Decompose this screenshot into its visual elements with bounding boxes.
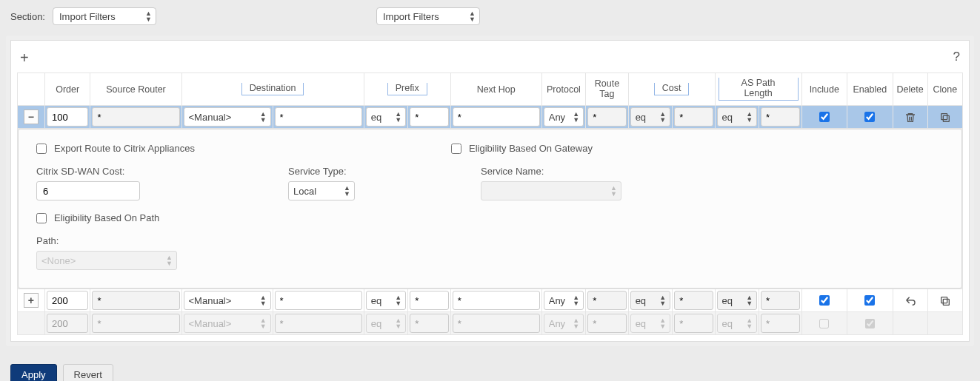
help-icon[interactable]: ? xyxy=(953,50,960,67)
order-input[interactable] xyxy=(47,107,89,127)
cost-op-select[interactable]: eq xyxy=(630,107,670,127)
path-select: <None> xyxy=(36,251,177,270)
filters-table: Order Source Router Destination Prefix N… xyxy=(17,73,963,335)
destination-value-input[interactable] xyxy=(275,291,362,310)
panel-outer: + ? Order Source Router Destination Pref… xyxy=(0,36,980,357)
sdwan-cost-input[interactable] xyxy=(36,181,140,200)
export-route-label: Export Route to Citrix Appliances xyxy=(54,143,195,154)
prefix-value-input xyxy=(410,314,448,333)
export-route-checkbox[interactable] xyxy=(36,144,47,154)
section-select-1-wrap: Import Filters xyxy=(53,7,156,25)
expand-toggle[interactable]: + xyxy=(24,293,39,308)
destination-select[interactable]: <Manual> xyxy=(184,291,271,310)
route-tag-input xyxy=(587,314,626,333)
col-destination: Destination xyxy=(181,73,364,106)
table-header-row: Order Source Router Destination Prefix N… xyxy=(18,73,963,106)
source-router-input[interactable] xyxy=(92,107,179,127)
path-label: Path: xyxy=(36,235,944,246)
filters-panel: + ? Order Source Router Destination Pref… xyxy=(10,40,970,342)
prefix-value-input[interactable] xyxy=(410,107,448,127)
eligibility-gateway-checkbox[interactable] xyxy=(451,144,461,154)
include-checkbox[interactable] xyxy=(819,112,830,122)
svg-rect-3 xyxy=(941,297,947,303)
col-source-router: Source Router xyxy=(90,73,181,106)
enabled-checkbox[interactable] xyxy=(864,112,875,122)
col-next-hop: Next Hop xyxy=(450,73,541,106)
apl-op-select[interactable]: eq xyxy=(717,291,757,310)
sdwan-cost-label: Citrix SD-WAN Cost: xyxy=(36,166,273,177)
route-tag-input[interactable] xyxy=(587,291,626,310)
clone-icon[interactable] xyxy=(927,289,962,312)
section-bar: Section: Import Filters Import Filters xyxy=(0,0,980,36)
col-clone: Clone xyxy=(927,73,962,106)
protocol-select[interactable]: Any xyxy=(544,291,584,310)
service-name-select xyxy=(481,181,621,200)
svg-rect-1 xyxy=(941,113,947,119)
prefix-op-select[interactable]: eq xyxy=(366,107,406,127)
revert-button[interactable]: Revert xyxy=(63,364,113,381)
prefix-op-select: eq xyxy=(366,314,406,333)
service-type-label: Service Type: xyxy=(288,166,466,177)
col-cost: Cost xyxy=(628,73,715,106)
add-icon[interactable]: + xyxy=(20,50,29,67)
apl-op-select[interactable]: eq xyxy=(717,107,757,127)
service-type-select[interactable]: Local xyxy=(288,181,355,200)
protocol-select: Any xyxy=(544,314,584,333)
include-checkbox xyxy=(819,319,829,328)
col-route-tag: Route Tag xyxy=(586,73,628,106)
destination-select[interactable]: <Manual> xyxy=(184,107,271,127)
source-router-input[interactable] xyxy=(92,291,179,310)
panel-toolbar: + ? xyxy=(17,47,963,73)
delete-icon[interactable] xyxy=(893,106,927,129)
prefix-value-input[interactable] xyxy=(410,291,448,310)
source-router-input xyxy=(92,314,179,333)
eligibility-path-checkbox[interactable] xyxy=(36,213,47,223)
section-select-2-wrap: Import Filters xyxy=(376,7,480,25)
cost-value-input xyxy=(674,314,713,333)
col-toggle xyxy=(18,73,45,106)
service-name-label: Service Name: xyxy=(481,166,673,177)
col-delete: Delete xyxy=(893,73,927,106)
destination-value-input xyxy=(275,314,362,333)
undo-icon[interactable] xyxy=(893,289,927,312)
expanded-details: Export Route to Citrix Appliances Eligib… xyxy=(18,129,963,289)
cost-op-select[interactable]: eq xyxy=(630,291,670,310)
enabled-checkbox xyxy=(865,319,875,328)
apply-button[interactable]: Apply xyxy=(10,364,57,381)
section-label: Section: xyxy=(10,11,45,22)
apl-op-select: eq xyxy=(717,314,757,333)
col-protocol: Protocol xyxy=(541,73,585,106)
apl-value-input xyxy=(761,314,799,333)
route-tag-input[interactable] xyxy=(587,107,626,127)
svg-rect-0 xyxy=(943,115,949,121)
prefix-op-select[interactable]: eq xyxy=(366,291,406,310)
enabled-checkbox[interactable] xyxy=(864,295,875,306)
section-select-2[interactable]: Import Filters xyxy=(376,7,480,25)
protocol-select[interactable]: Any xyxy=(544,107,584,127)
apl-value-input[interactable] xyxy=(761,107,799,127)
cost-value-input[interactable] xyxy=(674,291,713,310)
section-select-1[interactable]: Import Filters xyxy=(53,7,156,25)
cost-op-select: eq xyxy=(630,314,670,333)
order-input[interactable] xyxy=(47,291,89,310)
collapse-toggle[interactable]: − xyxy=(24,109,39,124)
col-include: Include xyxy=(801,73,847,106)
col-order: Order xyxy=(44,73,90,106)
destination-value-input[interactable] xyxy=(275,107,362,127)
col-as-path-length: AS Path Length xyxy=(715,73,801,106)
panel-mid: + ? Order Source Router Destination Pref… xyxy=(6,36,974,346)
col-enabled: Enabled xyxy=(847,73,893,106)
table-row: + <Manual> eq Any eq eq xyxy=(18,289,963,312)
next-hop-input[interactable] xyxy=(453,107,540,127)
include-checkbox[interactable] xyxy=(819,295,830,306)
next-hop-input[interactable] xyxy=(453,291,540,310)
destination-select: <Manual> xyxy=(184,314,271,333)
table-row: <Manual> eq Any eq eq xyxy=(18,312,963,335)
order-input xyxy=(47,314,89,333)
col-prefix: Prefix xyxy=(364,73,450,106)
apl-value-input[interactable] xyxy=(761,291,799,310)
expanded-panel: Export Route to Citrix Appliances Eligib… xyxy=(18,129,962,289)
cost-value-input[interactable] xyxy=(674,107,713,127)
eligibility-gateway-label: Eligibility Based On Gateway xyxy=(469,143,593,154)
clone-icon[interactable] xyxy=(927,106,962,129)
